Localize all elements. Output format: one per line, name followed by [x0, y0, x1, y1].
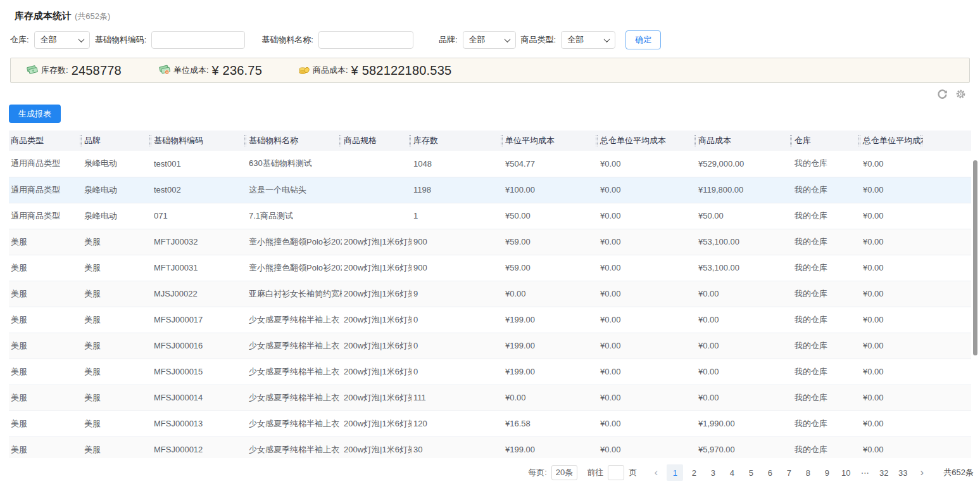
table-row[interactable]: 通用商品类型泉峰电动test002这是一个电钻头1198¥100.00¥0.00… [9, 177, 971, 203]
pager-ellipsis[interactable]: ⋯ [857, 464, 873, 481]
table-row[interactable]: 通用商品类型泉峰电动test001630基础物料测试1048¥504.77¥0.… [9, 151, 971, 177]
page-number-10[interactable]: 10 [838, 464, 854, 481]
column-resize-handle-icon[interactable] [596, 135, 598, 146]
column-header[interactable]: 品牌 [82, 131, 152, 151]
table-cell: 200w灯泡|1米6灯架 [342, 359, 411, 385]
confirm-button[interactable]: 确定 [625, 30, 661, 49]
column-header[interactable]: 基础物料编码 [152, 131, 247, 151]
column-resize-handle-icon[interactable] [244, 135, 246, 146]
table-row[interactable]: 美服美服MFSJ000016少女感夏季纯棉半袖上衣200w灯泡|1米6灯架0¥1… [9, 333, 971, 359]
table-cell: ¥0.00 [696, 333, 793, 359]
column-header[interactable]: 库存数 [411, 131, 503, 151]
page-number-33[interactable]: 33 [895, 464, 911, 481]
page-number-6[interactable]: 6 [762, 464, 778, 481]
table-cell: ¥0.00 [861, 411, 923, 437]
settings-icon[interactable] [955, 89, 966, 99]
column-header[interactable]: 总仓单位平均成本 [861, 131, 923, 151]
table-cell: ¥1,990.00 [696, 411, 793, 437]
column-header[interactable]: 总仓单位平均成本 [598, 131, 696, 151]
table-cell: ¥50.00 [696, 203, 793, 229]
column-resize-handle-icon[interactable] [694, 135, 696, 146]
table-row[interactable]: 美服美服MFTJ00031童小熊撞色翻领Polo衫202200w灯泡|1米6灯架… [9, 255, 971, 281]
column-resize-handle-icon[interactable] [790, 135, 792, 146]
table-cell: 少女感夏季纯棉半袖上衣 [247, 307, 342, 333]
column-header-label: 单位平均成本 [505, 136, 555, 145]
column-header[interactable]: 单位平均成本 [503, 131, 598, 151]
table-cell: ¥199.00 [503, 437, 598, 458]
table-cell: ¥0.00 [598, 359, 696, 385]
page-number-8[interactable]: 8 [800, 464, 816, 481]
table-cell: ¥0.00 [861, 359, 923, 385]
column-resize-handle-icon[interactable] [149, 135, 151, 146]
column-header-label: 基础物料名称 [249, 136, 298, 145]
page-number-5[interactable]: 5 [743, 464, 759, 481]
goto-page-input[interactable] [608, 465, 624, 480]
table-cell: ¥0.00 [598, 281, 696, 307]
table-cell: MFSJ000012 [152, 437, 247, 458]
table-row[interactable]: 美服美服MFSJ000015少女感夏季纯棉半袖上衣200w灯泡|1米6灯架0¥1… [9, 359, 971, 385]
table-row[interactable]: 美服美服MFTJ00032童小熊撞色翻领Polo衫202200w灯泡|1米6灯架… [9, 229, 971, 255]
per-page-select[interactable]: 20条 [551, 465, 577, 480]
product-type-select-value: 全部 [567, 34, 584, 46]
column-header[interactable]: 基础物料名称 [247, 131, 342, 151]
page-suffix-label: 页 [629, 467, 637, 478]
column-resize-handle-icon[interactable] [501, 135, 503, 146]
table-cell: 111 [411, 385, 503, 411]
table-cell-filler [923, 437, 971, 458]
brand-select[interactable]: 全部 [463, 31, 516, 49]
table-row[interactable]: 美服美服MFSJ000013少女感夏季纯棉半袖上衣200w灯泡|1米6灯架120… [9, 411, 971, 437]
warehouse-select[interactable]: 全部 [34, 31, 90, 49]
table-cell: 美服 [82, 385, 152, 411]
refresh-icon[interactable] [937, 89, 948, 99]
table-cell: 1198 [411, 177, 503, 203]
column-resize-handle-icon[interactable] [339, 135, 341, 146]
table-cell: ¥59.00 [503, 255, 598, 281]
column-resize-handle-icon[interactable] [920, 135, 922, 146]
table-row[interactable]: 美服美服MFSJ000014少女感夏季纯棉半袖上衣200w灯泡|1米6灯架111… [9, 385, 971, 411]
table-row[interactable]: 美服美服MFSJ000012少女感夏季纯棉半袖上衣200w灯泡|1米6灯架30¥… [9, 437, 971, 458]
table-cell: test001 [152, 151, 247, 177]
table-row[interactable]: 通用商品类型泉峰电动0717.1商品测试1¥50.00¥0.00¥50.00我的… [9, 203, 971, 229]
table-cell: 200w灯泡|1米6灯架 [342, 229, 411, 255]
next-page-icon[interactable]: › [914, 464, 930, 481]
page-number-3[interactable]: 3 [705, 464, 721, 481]
column-resize-handle-icon[interactable] [858, 135, 860, 146]
inventory-cost-statistics-page: 库存成本统计 (共652条) 仓库: 全部 基础物料编码: 基础物料名称: 品牌… [0, 0, 980, 491]
table-cell [342, 177, 411, 203]
table-cell: ¥0.00 [598, 437, 696, 458]
table-cell: 美服 [9, 385, 82, 411]
column-header[interactable]: 商品规格 [342, 131, 411, 151]
table-cell [342, 203, 411, 229]
material-name-input[interactable] [318, 31, 413, 49]
table-cell-filler [923, 255, 971, 281]
page-number-7[interactable]: 7 [781, 464, 797, 481]
table-cell: ¥529,000.00 [696, 151, 793, 177]
table-cell: 这是一个电钻头 [247, 177, 342, 203]
column-header[interactable]: 商品类型 [9, 131, 82, 151]
material-code-input[interactable] [151, 31, 245, 49]
column-header[interactable]: 商品成本 [696, 131, 793, 151]
brand-select-value: 全部 [469, 34, 486, 46]
page-number-4[interactable]: 4 [724, 464, 740, 481]
table-cell: MFSJ000015 [152, 359, 247, 385]
page-number-9[interactable]: 9 [819, 464, 835, 481]
table-cell: 9 [411, 281, 503, 307]
product-type-select[interactable]: 全部 [561, 31, 615, 49]
table-cell-filler [923, 281, 971, 307]
prev-page-icon[interactable]: ‹ [648, 464, 664, 481]
column-resize-handle-icon[interactable] [80, 135, 82, 146]
column-resize-handle-icon[interactable] [409, 135, 411, 146]
vertical-scrollbar[interactable] [973, 160, 977, 355]
page-number-1[interactable]: 1 [667, 464, 683, 481]
table-row[interactable]: 美服美服MFSJ000017少女感夏季纯棉半袖上衣200w灯泡|1米6灯架0¥1… [9, 307, 971, 333]
generate-report-button[interactable]: 生成报表 [9, 105, 61, 123]
page-number-2[interactable]: 2 [686, 464, 702, 481]
table-cell: 我的仓库 [793, 151, 861, 177]
table-row[interactable]: 美服美服MJSJ00022亚麻白衬衫女长袖简约宽松200w灯泡|1米6灯架9¥0… [9, 281, 971, 307]
table-cell: 少女感夏季纯棉半袖上衣 [247, 385, 342, 411]
table-cell: MFSJ000016 [152, 333, 247, 359]
table-cell-filler [923, 385, 971, 411]
column-header[interactable]: 仓库 [793, 131, 861, 151]
page-number-32[interactable]: 32 [876, 464, 892, 481]
table-cell: MFTJ00032 [152, 229, 247, 255]
